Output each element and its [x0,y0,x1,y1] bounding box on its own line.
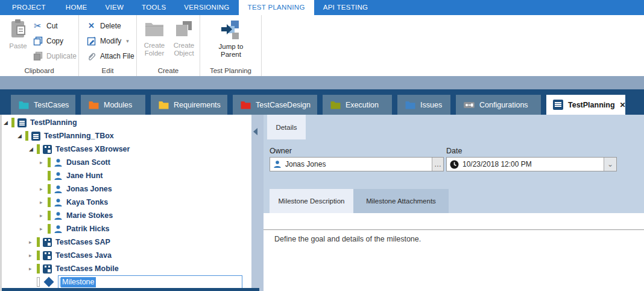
owner-field[interactable]: Jonas Jones … [270,157,444,171]
tab-testcases[interactable]: TestCases [11,95,75,115]
menu-test-planning[interactable]: TEST PLANNING [239,0,314,15]
tree-item-label: TestPlanning_TBox [44,132,114,140]
empty-status-bar [37,277,40,287]
menu-tools[interactable]: TOOLS [133,0,175,15]
create-object-label: Create Object [170,42,198,57]
expander-collapsed-icon[interactable]: ▸ [40,226,48,232]
tree-item-milestone-editing[interactable]: Milestone [2,275,251,288]
menu-versioning[interactable]: VERSIONING [175,0,238,15]
cut-scissors-icon: ✂ [33,21,43,31]
paperclip-icon [86,51,96,61]
tab-label: Execution [346,101,379,109]
duplicate-icon [33,51,43,61]
duplicate-button[interactable]: Duplicate [33,48,77,63]
tree-item-label: TestPlanning [30,118,77,127]
green-status-bar [37,264,40,273]
expander-collapsed-icon[interactable]: ▸ [29,266,37,272]
tab-milestone-description[interactable]: Milestone Description [270,189,353,213]
expander-collapsed-icon[interactable]: ▸ [40,160,48,165]
tab-milestone-attachments[interactable]: Milestone Attachments [353,189,449,213]
folder-icon [330,101,341,109]
tree-item-testplanning[interactable]: ◢ TestPlanning [2,116,251,129]
close-tab-icon[interactable]: ✕ [620,101,626,109]
menu-project[interactable]: PROJECT [1,0,57,15]
expander-collapsed-icon[interactable]: ▸ [29,253,37,258]
tree-item-label: Kaya Tonks [66,198,108,206]
copy-label: Copy [46,37,63,45]
milestone-description-editor[interactable]: Define the goal and details of the miles… [264,213,644,291]
date-dropdown-button[interactable]: ⌄ [604,158,616,171]
tab-configurations[interactable]: Configurations [456,95,541,115]
tab-modules[interactable]: Modules [81,95,145,115]
tab-requirements[interactable]: Requirements [151,95,227,115]
configurations-icon [464,101,475,109]
collapse-left-icon[interactable] [253,128,257,135]
folder-icon [89,101,99,109]
owner-value: Jonas Jones [285,160,326,168]
modify-button[interactable]: Modify ▾ [86,33,134,48]
modify-dropdown-caret-icon[interactable]: ▾ [126,38,129,44]
expander-collapsed-icon[interactable]: ▸ [40,187,48,192]
tab-testplanning[interactable]: TestPlanning ✕ [546,95,625,115]
copy-button[interactable]: Copy [33,33,77,48]
person-icon [54,171,63,181]
tree-item-label: TestCases XBrowser [55,145,130,153]
owner-browse-button[interactable]: … [432,158,443,171]
create-object-button[interactable]: Create Object [170,19,198,57]
tab-execution[interactable]: Execution [323,95,392,115]
expander-collapsed-icon[interactable]: ▸ [40,213,48,219]
menu-view[interactable]: VIEW [96,0,133,15]
test-planning-group-label: Test Planning [200,67,261,74]
person-icon [273,160,282,168]
tab-testcasedesign[interactable]: TestCaseDesign [233,95,317,115]
tab-label: Configurations [479,101,528,109]
milestone-name-input[interactable]: Milestone [58,275,242,288]
tree-item-testcases-java[interactable]: ▸ TestCases Java [2,249,251,262]
tree-item-testcases-xbrowser[interactable]: ◢ TestCases XBrowser [2,142,251,156]
calendar-icon [43,251,52,260]
tab-label: Milestone Description [279,197,345,205]
green-status-bar [48,184,51,194]
green-status-bar [48,158,51,167]
create-folder-button[interactable]: Create Folder [140,19,168,57]
expander-collapsed-icon[interactable]: ▸ [40,200,48,205]
jump-to-parent-button[interactable]: Jump to Parent [209,19,253,59]
expander-expanded-icon[interactable]: ◢ [4,120,11,126]
paste-button[interactable]: Paste [5,19,31,50]
tree-item-kaya-tonks[interactable]: ▸ Kaya Tonks [2,196,251,209]
create-group-label: Create [137,67,200,74]
cut-button[interactable]: ✂ Cut [33,18,77,33]
tab-issues[interactable]: Issues [397,95,450,115]
tree-item-label: Jonas Jones [66,185,112,193]
menu-home[interactable]: HOME [57,0,96,15]
delete-x-icon: ✕ [86,21,96,30]
expander-expanded-icon[interactable]: ◢ [17,133,25,139]
ribbon-group-test-planning: Jump to Parent Test Planning [200,15,262,76]
tree-item-jonas-jones[interactable]: ▸ Jonas Jones [2,182,251,196]
tree-item-marie-stokes[interactable]: ▸ Marie Stokes [2,209,251,222]
tree-item-label: TestCases Java [55,251,112,260]
object-icon [175,19,193,39]
tree-item-jane-hunt[interactable]: Jane Hunt [2,169,251,182]
date-field[interactable]: 10/23/2018 12:00 PM ⌄ [446,157,617,171]
ribbon-group-edit: ✕ Delete Modify ▾ [79,15,137,76]
menu-api-testing[interactable]: API TESTING [314,0,377,15]
tree-item-testcases-sap[interactable]: ▸ TestCases SAP [2,235,251,249]
tree-item-patrik-hicks[interactable]: ▸ Patrik Hicks [2,222,251,235]
tab-details[interactable]: Details [267,115,306,139]
description-hint-text: Define the goal and details of the miles… [274,235,421,243]
delete-button[interactable]: ✕ Delete [86,18,134,33]
panel-splitter[interactable] [251,115,264,291]
milestone-name-selected-text: Milestone [61,277,96,287]
folder-icon [159,101,169,109]
tree-item-dusan-scott[interactable]: ▸ Dusan Scott [2,156,251,169]
ribbon-group-create: Create Folder Create Object Create [137,15,200,76]
expander-collapsed-icon[interactable]: ▸ [29,240,37,245]
tree-item-testcases-mobile[interactable]: ▸ TestCases Mobile [2,262,251,275]
tree-item-testplanning-tbox[interactable]: ◢ TestPlanning_TBox [2,129,251,142]
tree-item-label: TestCases Mobile [55,264,119,273]
duplicate-label: Duplicate [46,52,77,60]
clipboard-group-label: Clipboard [0,67,78,74]
attach-file-button[interactable]: Attach File [86,48,134,63]
expander-expanded-icon[interactable]: ◢ [29,147,37,152]
